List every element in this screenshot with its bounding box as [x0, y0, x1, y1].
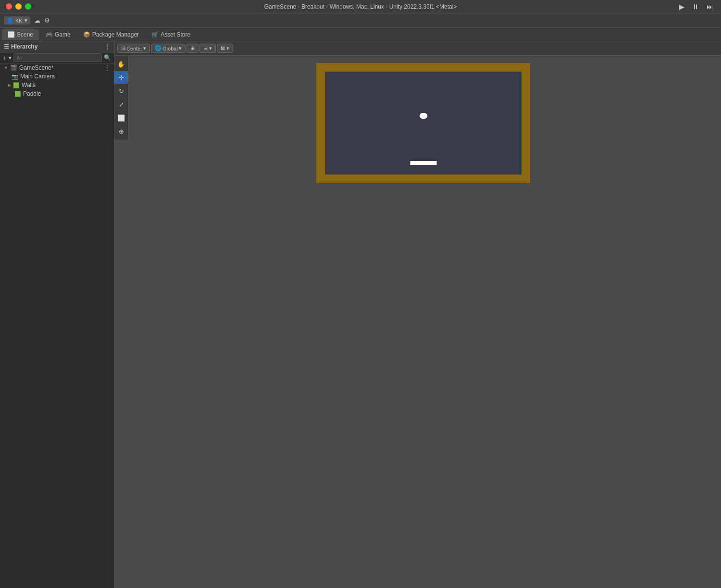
- center-dropdown-icon: ▾: [143, 45, 146, 51]
- hierarchy-item-walls[interactable]: ▶ 🟩 Walls: [0, 81, 114, 89]
- pause-button[interactable]: ⏸: [690, 2, 701, 12]
- hierarchy-item-gamescene[interactable]: ▼ 🎬 GameScene* ⋮: [0, 63, 114, 72]
- transform-tool-btn[interactable]: ⊕: [114, 125, 128, 138]
- hierarchy-item-paddle[interactable]: 🟩 Paddle: [0, 89, 114, 98]
- window-title: GameScene - Breakout - Windows, Mac, Lin…: [264, 3, 457, 10]
- main-layout: ☰ Hierarchy ⋮ + ▾ 🔍 ▼ 🎬 GameScene* ⋮ 📷 M…: [0, 41, 721, 588]
- hierarchy-toolbar: + ▾ 🔍: [0, 52, 114, 63]
- paddle-label: Paddle: [23, 90, 41, 97]
- tab-scene[interactable]: ⬜ Scene: [2, 29, 39, 40]
- hierarchy-lock-icon: ☰: [4, 43, 9, 50]
- hierarchy-header-left: ☰ Hierarchy: [4, 43, 37, 50]
- grid-btn1[interactable]: ⊞: [186, 44, 199, 53]
- game-tab-label: Game: [55, 31, 71, 38]
- maincamera-icon: 📷: [12, 74, 18, 80]
- global-label: Global: [162, 46, 178, 51]
- hierarchy-search-icon[interactable]: 🔍: [104, 54, 111, 61]
- walls-expand-arrow: ▶: [8, 83, 11, 88]
- hierarchy-item-maincamera[interactable]: 📷 Main Camera: [0, 72, 114, 81]
- scene-tab-icon: ⬜: [8, 31, 15, 38]
- minimize-button[interactable]: [15, 3, 22, 10]
- account-bar: 👤 KK ▾ ☁ ⚙: [0, 13, 721, 28]
- title-bar: GameScene - Breakout - Windows, Mac, Lin…: [0, 0, 721, 13]
- center-icon: ⊡: [121, 45, 125, 51]
- hierarchy-header: ☰ Hierarchy ⋮: [0, 41, 114, 52]
- game-inner: [325, 72, 522, 175]
- scene-view: ✋ ✛ ↻ ⤢ ⬜ ⊕: [114, 56, 721, 588]
- move-tool-btn[interactable]: ✛: [114, 71, 128, 84]
- package-tab-label: Package Manager: [92, 31, 139, 38]
- asset-store-tab-icon: 🛒: [151, 31, 159, 38]
- hierarchy-search-input[interactable]: [13, 53, 102, 62]
- grid-btn3[interactable]: ⊠ ▾: [217, 44, 233, 53]
- scene-tab-label: Scene: [17, 31, 33, 38]
- scene-tools: ✋ ✛ ↻ ⤢ ⬜ ⊕: [114, 56, 129, 139]
- rotate-tool-btn[interactable]: ↻: [114, 85, 128, 97]
- gear-icon[interactable]: ⚙: [44, 17, 50, 24]
- hierarchy-more-icon[interactable]: ⋮: [104, 43, 110, 50]
- playback-controls[interactable]: ▶ ⏸ ⏭: [677, 2, 715, 12]
- tab-bar: ⬜ Scene 🎮 Game 📦 Package Manager 🛒 Asset…: [0, 28, 721, 41]
- game-border: [316, 63, 530, 183]
- game-ball: [420, 113, 427, 119]
- scale-tool-btn[interactable]: ⤢: [114, 98, 128, 111]
- expand-arrow: ▼: [4, 65, 8, 70]
- window-controls[interactable]: [6, 3, 31, 10]
- maximize-button[interactable]: [25, 3, 31, 10]
- close-button[interactable]: [6, 3, 12, 10]
- asset-store-tab-label: Asset Store: [161, 31, 190, 38]
- package-tab-icon: 📦: [83, 31, 90, 38]
- account-badge[interactable]: 👤 KK ▾: [4, 16, 30, 25]
- global-btn[interactable]: 🌐 Global ▾: [151, 44, 186, 53]
- center-btn[interactable]: ⊡ Center ▾: [117, 44, 150, 53]
- paddle-icon: 🟩: [14, 91, 21, 97]
- grid-btn2[interactable]: ⊟ ▾: [199, 44, 216, 53]
- maincamera-label: Main Camera: [20, 73, 55, 80]
- view-area: ⊡ Center ▾ 🌐 Global ▾ ⊞ ⊟ ▾ ⊠ ▾ ✋ ✛ ↻: [114, 41, 721, 588]
- hierarchy-panel: ☰ Hierarchy ⋮ + ▾ 🔍 ▼ 🎬 GameScene* ⋮ 📷 M…: [0, 41, 114, 588]
- account-name: KK: [15, 18, 23, 24]
- hierarchy-add-btn[interactable]: +: [3, 54, 7, 62]
- game-tab-icon: 🎮: [46, 31, 53, 38]
- global-icon: 🌐: [155, 45, 162, 51]
- gamescene-icon: 🎬: [10, 64, 17, 71]
- global-dropdown-icon: ▾: [179, 45, 182, 51]
- rect-tool-btn[interactable]: ⬜: [114, 112, 128, 124]
- account-icon: 👤: [7, 17, 13, 24]
- tab-game[interactable]: 🎮 Game: [40, 29, 76, 40]
- hierarchy-add-dropdown[interactable]: ▾: [9, 55, 12, 61]
- walls-label: Walls: [22, 82, 36, 88]
- center-label: Center: [126, 46, 142, 51]
- gamescene-more-icon[interactable]: ⋮: [104, 64, 110, 71]
- scene-toolbar-group1: ⊡ Center ▾ 🌐 Global ▾ ⊞ ⊟ ▾ ⊠ ▾: [117, 44, 233, 53]
- game-paddle: [410, 161, 436, 165]
- scene-toolbar: ⊡ Center ▾ 🌐 Global ▾ ⊞ ⊟ ▾ ⊠ ▾: [114, 41, 721, 56]
- tab-asset-store[interactable]: 🛒 Asset Store: [146, 29, 196, 40]
- cloud-icon[interactable]: ☁: [34, 17, 40, 24]
- hierarchy-title: Hierarchy: [11, 43, 37, 50]
- play-button[interactable]: ▶: [677, 2, 686, 12]
- walls-icon: 🟩: [13, 82, 20, 88]
- game-canvas: [316, 63, 530, 183]
- gamescene-label: GameScene*: [19, 64, 53, 71]
- hand-tool-btn[interactable]: ✋: [114, 58, 128, 70]
- step-button[interactable]: ⏭: [705, 2, 715, 12]
- account-dropdown-icon: ▾: [25, 17, 27, 24]
- tab-package-manager[interactable]: 📦 Package Manager: [77, 29, 145, 40]
